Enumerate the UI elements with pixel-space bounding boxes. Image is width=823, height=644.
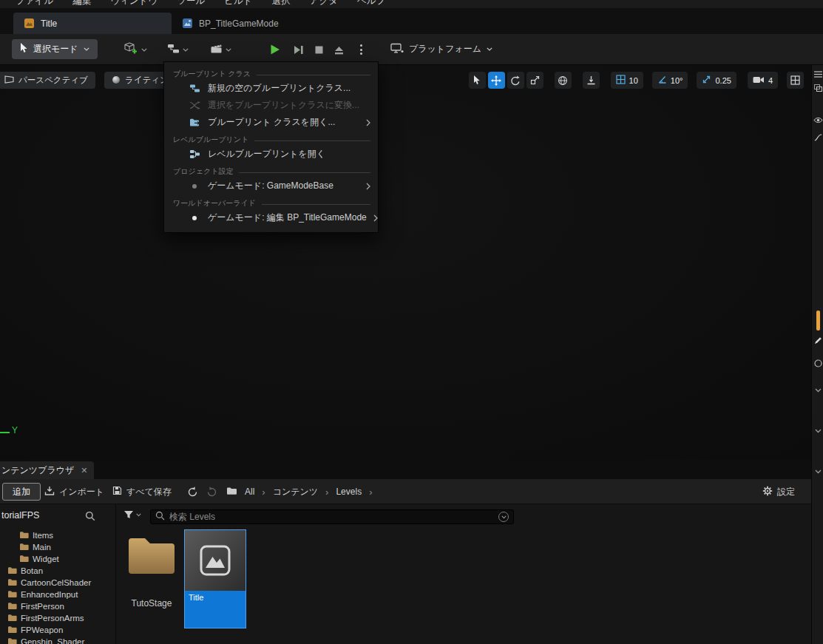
chevron-down-icon[interactable] xyxy=(812,429,823,433)
level-viewport[interactable]: パースペクティブ ライティング xyxy=(0,65,811,460)
outliner-icon[interactable] xyxy=(812,71,823,78)
search-box[interactable] xyxy=(150,509,514,524)
add-actor-button[interactable] xyxy=(124,41,147,58)
circle-icon[interactable] xyxy=(812,359,823,367)
menu-edit[interactable]: 編集 xyxy=(63,0,101,7)
blueprint-open-icon xyxy=(188,118,201,127)
search-input[interactable] xyxy=(169,512,494,522)
layers-icon[interactable] xyxy=(812,84,823,92)
submenu-arrow-icon xyxy=(366,183,370,190)
rotate-icon xyxy=(510,75,521,86)
tree-item-genshin-shader[interactable]: Genshin_Shader xyxy=(0,636,115,644)
settings-button[interactable]: 設定 xyxy=(762,483,795,501)
eject-button[interactable] xyxy=(330,41,348,58)
content-browser-tab-bar: ンテンツブラウザ ✕ xyxy=(0,460,811,479)
tab-title-level[interactable]: Title xyxy=(13,13,172,34)
frame-skip-button[interactable] xyxy=(289,41,307,58)
forward-button[interactable] xyxy=(206,483,218,501)
eye-icon[interactable] xyxy=(812,117,823,123)
asset-level-title[interactable]: Title xyxy=(184,529,246,628)
viewport-layout-icon xyxy=(790,75,800,85)
menu-item-new-empty-blueprint-class[interactable]: 新規の空のブループリントクラス... xyxy=(164,80,378,97)
play-options-button[interactable] xyxy=(352,41,370,58)
tree-item-fpweapon[interactable]: FPWeapon xyxy=(0,624,115,636)
scale-tool-button[interactable] xyxy=(526,72,543,89)
cinematics-button[interactable] xyxy=(210,41,231,58)
chevron-down-icon[interactable] xyxy=(812,470,823,474)
folder-icon xyxy=(226,487,237,498)
menu-file[interactable]: ファイル xyxy=(6,0,63,7)
menu-help[interactable]: ヘルプ xyxy=(348,0,395,7)
menu-window[interactable]: ウィンドウ xyxy=(101,0,167,7)
tree-item-enhancedinput[interactable]: EnhancedInput xyxy=(0,589,115,600)
menu-item-gamemode-edit-bp-titlegamemode[interactable]: ゲームモード: 編集 BP_TitleGameMode xyxy=(164,209,378,226)
save-all-button[interactable]: すべて保存 xyxy=(112,483,172,501)
saved-search-button[interactable] xyxy=(498,512,509,522)
submenu-arrow-icon xyxy=(373,214,378,222)
level-editor-toolbar: 選択モード xyxy=(0,34,823,65)
scale-snap-control[interactable]: 0.25 xyxy=(697,72,736,89)
chevron-down-icon xyxy=(84,47,89,51)
tree-item-items[interactable]: Items xyxy=(0,529,115,541)
tab-content-browser[interactable]: ンテンツブラウザ ✕ xyxy=(0,461,94,479)
camera-speed-control[interactable]: 4 xyxy=(748,72,778,89)
menu-select[interactable]: 選択 xyxy=(263,0,300,7)
tree-item-cartooncelshader[interactable]: CartoonCelShader xyxy=(0,577,115,589)
pencil-icon[interactable] xyxy=(812,336,823,345)
tree-item-firstperson[interactable]: FirstPerson xyxy=(0,600,115,612)
viewport-perspective-button[interactable]: パースペクティブ xyxy=(0,72,95,89)
menu-item-open-level-blueprint[interactable]: レベルブループリントを開く xyxy=(164,146,378,163)
chevron-down-icon[interactable] xyxy=(812,388,823,393)
breadcrumb-levels[interactable]: Levels xyxy=(336,487,362,497)
scale-snap-icon xyxy=(702,75,711,86)
asset-folder-tutostage[interactable]: TutoStage xyxy=(121,534,183,609)
select-mode-button[interactable]: 選択モード xyxy=(12,39,98,59)
stop-button[interactable] xyxy=(310,41,328,58)
tree-item-botan[interactable]: Botan xyxy=(0,565,115,577)
rotate-tool-button[interactable] xyxy=(507,72,524,89)
filter-button[interactable] xyxy=(123,510,141,519)
asset-grid[interactable]: TutoStage Title xyxy=(116,529,811,644)
chevron-down-icon xyxy=(487,47,492,51)
menu-item-convert-selection-to-blueprint[interactable]: 選択をブループリントクラスに変換... xyxy=(164,97,378,114)
back-button[interactable] xyxy=(186,483,199,501)
orange-tab-indicator xyxy=(816,311,820,331)
menu-actor[interactable]: アクタ xyxy=(300,0,348,7)
gear-icon xyxy=(762,486,773,498)
content-browser-toolbar: 追加 インポート すべて保存 xyxy=(0,479,811,504)
world-local-toggle-button[interactable] xyxy=(555,72,572,89)
menu-build[interactable]: ビルド xyxy=(214,0,262,7)
curve-icon[interactable] xyxy=(812,134,823,141)
menu-item-open-blueprint-class[interactable]: ブループリント クラスを開く... xyxy=(164,114,378,131)
maximize-viewport-button[interactable] xyxy=(787,72,804,89)
menu-section-level-blueprint: レベルブループリント xyxy=(164,131,378,146)
add-button[interactable]: 追加 xyxy=(2,483,41,501)
surface-snap-button[interactable] xyxy=(583,72,600,89)
breadcrumb-separator: › xyxy=(325,487,328,498)
tree-item-widget[interactable]: Widget xyxy=(0,553,115,565)
breadcrumb-root[interactable]: All xyxy=(245,487,254,497)
grid-snap-control[interactable]: 10 xyxy=(611,72,643,89)
folder-icon xyxy=(7,637,17,644)
tab-bp-titlegamemode[interactable]: BP_TitleGameMode xyxy=(172,13,289,34)
import-button[interactable]: インポート xyxy=(44,483,104,501)
close-icon[interactable]: ✕ xyxy=(81,466,87,475)
menu-item-gamemode-gamemodebase[interactable]: ゲームモード: GameModeBase xyxy=(164,177,378,194)
move-tool-button[interactable] xyxy=(488,72,505,89)
select-tool-button[interactable] xyxy=(469,72,486,89)
tree-item-main[interactable]: Main xyxy=(0,541,115,553)
platforms-button[interactable]: プラットフォーム xyxy=(390,39,492,59)
tree-item-firstpersonarms[interactable]: FirstPersonArms xyxy=(0,612,115,624)
grid-snap-icon xyxy=(616,75,626,86)
y-axis-label: Y xyxy=(12,425,18,435)
breadcrumb-content[interactable]: コンテンツ xyxy=(273,486,318,498)
search-icon[interactable] xyxy=(85,511,95,523)
play-button[interactable] xyxy=(266,41,284,58)
frame-skip-icon xyxy=(293,44,304,55)
menu-tools[interactable]: ツール xyxy=(167,0,214,7)
main-menubar: ファイル 編集 ウィンドウ ツール ビルド 選択 アクタ ヘルプ xyxy=(0,0,823,8)
folder-icon xyxy=(7,578,17,588)
blueprints-button[interactable] xyxy=(167,41,189,58)
unreal-editor-window: ファイル 編集 ウィンドウ ツール ビルド 選択 アクタ ヘルプ Title B… xyxy=(0,0,823,644)
rotation-snap-control[interactable]: 10° xyxy=(652,72,688,89)
